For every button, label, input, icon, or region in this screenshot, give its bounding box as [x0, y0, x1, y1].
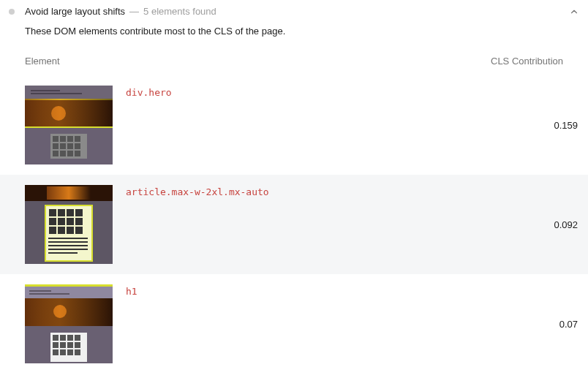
cls-value: 0.159 [554, 120, 582, 131]
svg-rect-45 [25, 287, 113, 298]
svg-rect-33 [67, 218, 74, 225]
table-row[interactable]: h1 0.07 [0, 274, 588, 367]
svg-rect-1 [31, 90, 60, 91]
svg-rect-18 [53, 151, 59, 156]
svg-rect-62 [60, 349, 66, 355]
element-selector: h1 [113, 284, 559, 297]
svg-rect-15 [60, 143, 66, 149]
svg-rect-6 [25, 99, 113, 128]
audit-toggle[interactable]: Avoid large layout shifts — 5 elements f… [0, 0, 588, 23]
svg-rect-24 [47, 186, 91, 200]
svg-rect-63 [67, 349, 73, 355]
table-header: Element CLS Contribution [0, 56, 588, 75]
svg-rect-0 [25, 86, 113, 99]
svg-rect-30 [75, 209, 83, 216]
svg-rect-32 [58, 218, 65, 225]
svg-rect-61 [53, 349, 59, 355]
svg-rect-53 [53, 335, 59, 341]
svg-rect-44 [25, 284, 113, 287]
element-thumbnail [25, 86, 113, 164]
status-dot-icon [9, 9, 15, 15]
svg-rect-35 [49, 227, 56, 234]
chevron-up-icon [569, 7, 579, 17]
svg-rect-38 [75, 227, 83, 234]
svg-rect-42 [48, 249, 88, 250]
audit-title: Avoid large layout shifts [25, 6, 125, 17]
svg-rect-14 [53, 143, 59, 149]
cls-value: 0.07 [559, 319, 582, 330]
audit-section: Avoid large layout shifts — 5 elements f… [0, 0, 588, 367]
audit-description: These DOM elements contribute most to th… [0, 23, 588, 56]
svg-rect-21 [75, 151, 80, 156]
svg-rect-46 [29, 290, 51, 292]
svg-rect-36 [58, 227, 65, 234]
table-row[interactable]: article.max-w-2xl.mx-auto 0.092 [0, 175, 588, 274]
svg-rect-19 [60, 151, 66, 156]
element-selector: article.max-w-2xl.mx-auto [113, 185, 554, 197]
svg-rect-56 [75, 335, 80, 341]
svg-rect-17 [75, 143, 80, 149]
svg-rect-27 [49, 209, 56, 216]
svg-rect-59 [67, 342, 73, 348]
column-contribution: CLS Contribution [491, 56, 563, 67]
svg-rect-58 [60, 342, 66, 348]
column-element: Element [25, 56, 491, 67]
svg-rect-43 [48, 252, 78, 254]
svg-rect-41 [48, 245, 88, 246]
svg-rect-11 [60, 136, 66, 142]
svg-rect-55 [67, 335, 73, 341]
svg-rect-16 [67, 143, 73, 149]
table-row[interactable]: div.hero 0.159 [0, 75, 588, 175]
svg-rect-39 [48, 238, 88, 239]
svg-rect-31 [49, 218, 56, 225]
svg-rect-7 [25, 126, 113, 128]
svg-rect-50 [25, 298, 113, 326]
element-thumbnail [25, 185, 113, 264]
svg-rect-20 [67, 151, 73, 156]
cls-value: 0.092 [554, 219, 582, 230]
svg-rect-34 [75, 218, 83, 225]
svg-rect-2 [31, 93, 82, 94]
audit-dash: — [129, 6, 139, 17]
svg-rect-37 [67, 227, 74, 234]
svg-rect-47 [29, 293, 69, 295]
element-thumbnail [25, 284, 113, 363]
svg-rect-12 [67, 136, 73, 142]
svg-rect-10 [53, 136, 59, 142]
svg-rect-57 [53, 342, 59, 348]
svg-rect-29 [67, 209, 74, 216]
svg-rect-60 [75, 342, 80, 348]
svg-rect-64 [75, 349, 80, 355]
svg-rect-54 [60, 335, 66, 341]
audit-subtitle: 5 elements found [143, 6, 216, 17]
svg-rect-28 [58, 209, 65, 216]
svg-rect-40 [48, 241, 88, 243]
element-selector: div.hero [113, 86, 554, 98]
svg-rect-13 [75, 136, 80, 142]
